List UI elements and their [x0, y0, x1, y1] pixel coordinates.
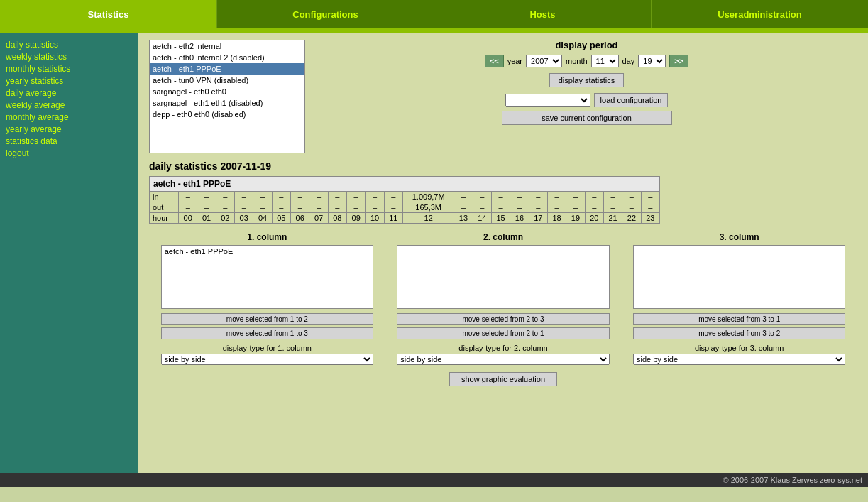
period-section: aetch - eth2 internalaetch - eth0 intern…: [149, 40, 857, 153]
nav-statistics[interactable]: Statistics: [0, 0, 217, 28]
col2-title: 2. column: [385, 232, 622, 242]
interface-item[interactable]: aetch - tun0 VPN (disabled): [150, 75, 304, 86]
stats-cell: –: [366, 202, 384, 213]
stats-cell: 02: [216, 213, 234, 224]
content-area: aetch - eth2 internalaetch - eth0 intern…: [138, 33, 868, 473]
save-config-btn[interactable]: save current configuration: [502, 111, 672, 125]
config-select[interactable]: [505, 94, 590, 107]
move-1-to-3-btn[interactable]: move selected from 1 to 3: [161, 327, 373, 339]
move-1-to-2-btn[interactable]: move selected from 1 to 2: [161, 313, 373, 325]
interface-item[interactable]: aetch - eth2 internal: [150, 40, 304, 52]
nav-configurations[interactable]: Configurations: [217, 0, 434, 28]
display-stats-btn[interactable]: display statistics: [549, 73, 624, 87]
stats-cell: –: [491, 202, 510, 213]
move-2-to-3-btn[interactable]: move selected from 2 to 3: [397, 313, 609, 325]
sidebar-link-monthly-average[interactable]: monthly average: [6, 112, 133, 122]
interface-item[interactable]: aetch - eth1 PPPoE: [150, 63, 304, 75]
col3-listbox[interactable]: [633, 245, 845, 309]
footer-text: © 2006-2007 Klaus Zerwes zero-sys.net: [723, 476, 862, 484]
sidebar-link-monthly-statistics[interactable]: monthly statistics: [6, 64, 133, 74]
stats-cell: 17: [529, 213, 547, 224]
interface-listbox[interactable]: aetch - eth2 internalaetch - eth0 intern…: [149, 40, 305, 153]
col1-title: 1. column: [149, 232, 385, 242]
interface-item[interactable]: sargnagel - eth0 eth0: [150, 86, 304, 97]
sidebar-link-daily-statistics[interactable]: daily statistics: [6, 40, 133, 50]
col2-display-select[interactable]: side by sidestackedline: [397, 354, 609, 365]
stats-cell: –: [179, 202, 197, 213]
stats-cell: 21: [603, 213, 622, 224]
day-select[interactable]: 0102030405060708091011121314151617181920…: [638, 55, 666, 67]
sidebar: daily statisticsweekly statisticsmonthly…: [0, 33, 138, 473]
stats-cell: 03: [235, 213, 253, 224]
stats-table-title: aetch - eth1 PPPoE: [150, 177, 660, 192]
move-3-to-2-btn[interactable]: move selected from 3 to 2: [633, 327, 845, 339]
col2-buttons: move selected from 2 to 3 move selected …: [397, 313, 609, 339]
month-select[interactable]: 010203040506070809101112: [591, 55, 619, 67]
stats-cell: 10: [366, 213, 384, 224]
stats-cell: 20: [585, 213, 603, 224]
year-label: year: [507, 57, 522, 65]
stats-cell: –: [603, 202, 622, 213]
stats-cell: –: [547, 202, 566, 213]
stats-cell: 19: [566, 213, 585, 224]
stats-cell: –: [272, 202, 290, 213]
footer: © 2006-2007 Klaus Zerwes zero-sys.net: [0, 473, 868, 487]
stats-cell: 09: [347, 213, 366, 224]
sidebar-link-logout[interactable]: logout: [6, 148, 133, 158]
stats-cell: –: [253, 192, 272, 202]
col3-display-select[interactable]: side by sidestackedline: [633, 354, 845, 365]
col1-listbox[interactable]: aetch - eth1 PPPoE: [161, 245, 373, 309]
period-row: << year 2005200620072008 month 010203040…: [316, 55, 857, 67]
stats-cell: 16: [510, 213, 529, 224]
interface-item[interactable]: aetch - eth0 internal 2 (disabled): [150, 52, 304, 63]
day-label: day: [622, 57, 635, 65]
stats-cell: –: [454, 192, 473, 202]
interface-list-wrap: aetch - eth2 internalaetch - eth0 intern…: [149, 40, 305, 153]
stats-cell: –: [529, 192, 547, 202]
interface-item[interactable]: sargnagel - eth1 eth1 (disabled): [150, 97, 304, 109]
sidebar-link-statistics-data[interactable]: statistics data: [6, 136, 133, 146]
stats-cell: –: [384, 202, 402, 213]
stats-cell: –: [473, 192, 491, 202]
year-select[interactable]: 2005200620072008: [526, 55, 562, 67]
col2-listbox[interactable]: [397, 245, 609, 309]
sidebar-link-weekly-average[interactable]: weekly average: [6, 100, 133, 110]
stats-cell: –: [585, 192, 603, 202]
col1-display-select[interactable]: side by sidestackedline: [161, 354, 373, 365]
stats-cell: –: [291, 202, 309, 213]
interface-item[interactable]: depp - eth0 eth0 (disabled): [150, 109, 304, 120]
stats-cell: –: [473, 202, 491, 213]
col1-display-row: display-type for 1. column side by sides…: [161, 344, 373, 365]
sidebar-link-weekly-statistics[interactable]: weekly statistics: [6, 52, 133, 62]
stats-cell: –: [272, 192, 290, 202]
stats-cell: 11: [384, 213, 402, 224]
sidebar-link-daily-average[interactable]: daily average: [6, 88, 133, 98]
nav-hosts[interactable]: Hosts: [434, 0, 652, 28]
sidebar-link-yearly-average[interactable]: yearly average: [6, 124, 133, 134]
month-label: month: [566, 57, 588, 65]
move-3-to-1-btn[interactable]: move selected from 3 to 1: [633, 313, 845, 325]
prev-period-btn[interactable]: <<: [485, 55, 504, 67]
stats-cell: –: [384, 192, 402, 202]
sidebar-link-yearly-statistics[interactable]: yearly statistics: [6, 76, 133, 86]
stats-cell: –: [641, 202, 659, 213]
stats-cell: –: [491, 192, 510, 202]
stats-cell: –: [510, 192, 529, 202]
stats-cell: –: [197, 192, 216, 202]
columns-lists: aetch - eth1 PPPoE move selected from 1 …: [149, 245, 857, 365]
show-graphic-btn[interactable]: show graphic evaluation: [449, 372, 557, 386]
period-title: display period: [316, 40, 857, 50]
next-period-btn[interactable]: >>: [669, 55, 688, 67]
stats-cell: –: [347, 202, 366, 213]
stats-row-label: hour: [150, 213, 179, 224]
config-row: load configuration: [316, 93, 857, 107]
stats-cell: –: [347, 192, 366, 202]
move-2-to-1-btn[interactable]: move selected from 2 to 1: [397, 327, 609, 339]
col3-display-label: display-type for 3. column: [633, 344, 845, 352]
nav-useradmin[interactable]: Useradministration: [652, 0, 868, 28]
load-config-btn[interactable]: load configuration: [594, 93, 669, 107]
stats-cell: 23: [641, 213, 659, 224]
stats-cell: –: [510, 202, 529, 213]
col2-display-row: display-type for 2. column side by sides…: [397, 344, 609, 365]
col-list-item[interactable]: aetch - eth1 PPPoE: [162, 246, 373, 257]
